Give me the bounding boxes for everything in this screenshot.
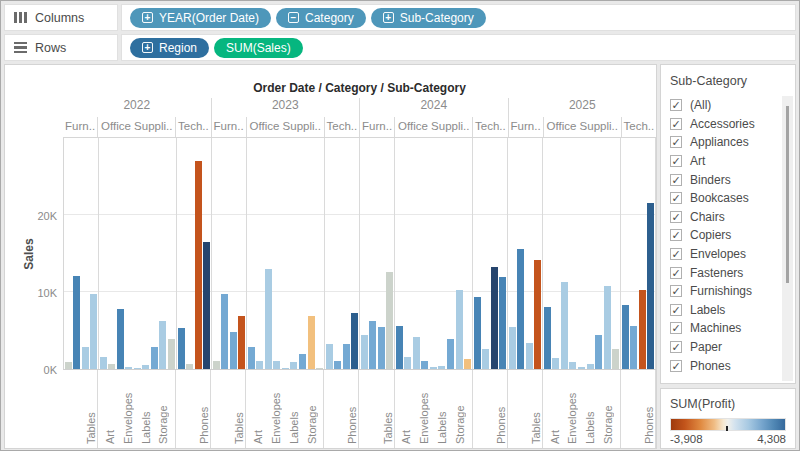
bar-accessories-2023[interactable]: [326, 344, 333, 369]
collapse-minus-icon[interactable]: −: [288, 12, 299, 23]
bar-furnishings-2024[interactable]: [378, 327, 385, 369]
category-header-technology[interactable]: Tech..: [324, 117, 359, 137]
filter-item-phones[interactable]: ✓Phones: [670, 356, 795, 375]
pill-sum-sales-[interactable]: SUM(Sales): [214, 38, 303, 58]
bar-accessories-2022[interactable]: [178, 328, 185, 369]
filter-item-envelopes[interactable]: ✓Envelopes: [670, 245, 795, 264]
bar-accessories-2024[interactable]: [474, 297, 481, 369]
x-axis-label-labels[interactable]: Labels: [584, 374, 596, 444]
bar-machines-2023[interactable]: [343, 344, 350, 369]
x-axis-label-art[interactable]: Art: [549, 374, 561, 444]
checkbox-icon[interactable]: ✓: [670, 211, 682, 223]
bar-supplies-2022[interactable]: [168, 339, 175, 369]
filter-item-label[interactable]: Accessories: [690, 117, 755, 131]
bar-phones-2025[interactable]: [647, 203, 654, 369]
bar-copiers-2023[interactable]: [334, 361, 341, 369]
x-axis-label-phones[interactable]: Phones: [643, 374, 655, 444]
bar-art-2023[interactable]: [256, 361, 263, 369]
category-header-technology[interactable]: Tech..: [621, 117, 656, 137]
bar-bookcases-2023[interactable]: [213, 361, 220, 369]
filter-item-label[interactable]: Binders: [690, 173, 731, 187]
bar-supplies-2024[interactable]: [464, 359, 471, 369]
bar-labels-2024[interactable]: [438, 366, 445, 369]
x-axis-label-phones[interactable]: Phones: [346, 374, 358, 444]
x-axis-label-tables[interactable]: Tables: [530, 374, 542, 444]
x-axis-label-phones[interactable]: Phones: [495, 374, 507, 444]
filter-item-label[interactable]: Phones: [690, 359, 731, 373]
expand-plus-icon[interactable]: +: [383, 12, 394, 23]
bar-appliances-2025[interactable]: [544, 307, 551, 369]
checkbox-icon[interactable]: ✓: [670, 229, 682, 241]
checkbox-icon[interactable]: ✓: [670, 155, 682, 167]
filter-item-label[interactable]: Paper: [690, 340, 722, 354]
checkbox-icon[interactable]: ✓: [670, 322, 682, 334]
bar-machines-2025[interactable]: [639, 290, 646, 369]
bar-paper-2023[interactable]: [299, 354, 306, 369]
bar-copiers-2025[interactable]: [630, 326, 637, 369]
filter-item-chairs[interactable]: ✓Chairs: [670, 208, 795, 227]
checkbox-icon[interactable]: ✓: [670, 174, 682, 186]
bar-binders-2024[interactable]: [413, 337, 420, 369]
bar-bookcases-2022[interactable]: [65, 362, 72, 369]
bar-accessories-2025[interactable]: [622, 305, 629, 369]
checkbox-icon[interactable]: ✓: [670, 341, 682, 353]
filter-item-label[interactable]: Bookcases: [690, 191, 749, 205]
x-axis-label-art[interactable]: Art: [252, 374, 264, 444]
bar-phones-2024[interactable]: [499, 277, 506, 369]
bar-envelopes-2024[interactable]: [421, 361, 428, 369]
filter-item-label[interactable]: (All): [690, 98, 711, 112]
bar-binders-2025[interactable]: [561, 282, 568, 369]
x-axis-label-art[interactable]: Art: [104, 374, 116, 444]
bar-machines-2024[interactable]: [491, 267, 498, 369]
bar-fasteners-2023[interactable]: [282, 368, 289, 369]
x-axis-label-storage[interactable]: Storage: [454, 374, 466, 444]
category-header-office-supplies[interactable]: Office Suppli..: [97, 117, 175, 137]
checkbox-icon[interactable]: ✓: [670, 192, 682, 204]
filter-item-copiers[interactable]: ✓Copiers: [670, 226, 795, 245]
x-axis-label-labels[interactable]: Labels: [436, 374, 448, 444]
checkbox-icon[interactable]: ✓: [670, 304, 682, 316]
filter-item-label[interactable]: Machines: [690, 321, 741, 335]
bar-storage-2022[interactable]: [159, 321, 166, 370]
x-axis-label-tables[interactable]: Tables: [233, 374, 245, 444]
bar-paper-2022[interactable]: [151, 347, 158, 369]
bar-storage-2024[interactable]: [456, 290, 463, 369]
filter-item-accessories[interactable]: ✓Accessories: [670, 115, 795, 134]
expand-plus-icon[interactable]: +: [142, 12, 153, 23]
bar-bookcases-2024[interactable]: [361, 335, 368, 369]
x-axis-label-envelopes[interactable]: Envelopes: [270, 374, 282, 444]
bar-storage-2023[interactable]: [308, 316, 315, 369]
checkbox-icon[interactable]: ✓: [670, 360, 682, 372]
x-axis-label-labels[interactable]: Labels: [140, 374, 152, 444]
filter-scrollbar-thumb[interactable]: [786, 106, 789, 283]
filter-item-label[interactable]: Appliances: [690, 135, 749, 149]
filter-item-label[interactable]: Chairs: [690, 210, 725, 224]
year-header-2025[interactable]: 2025: [508, 98, 657, 117]
bar-supplies-2025[interactable]: [612, 349, 619, 369]
category-header-furniture[interactable]: Furn..: [359, 117, 394, 137]
x-axis-label-tables[interactable]: Tables: [382, 374, 394, 444]
bar-envelopes-2022[interactable]: [125, 367, 132, 369]
bar-tables-2023[interactable]: [238, 316, 245, 369]
bar-paper-2025[interactable]: [595, 335, 602, 369]
category-header-furniture[interactable]: Furn..: [211, 117, 246, 137]
x-axis-label-envelopes[interactable]: Envelopes: [122, 374, 134, 444]
x-axis-label-storage[interactable]: Storage: [306, 374, 318, 444]
bar-tables-2024[interactable]: [386, 272, 393, 369]
filter-item-furnishings[interactable]: ✓Furnishings: [670, 282, 795, 301]
category-header-office-supplies[interactable]: Office Suppli..: [543, 117, 621, 137]
bar-furnishings-2025[interactable]: [526, 343, 533, 369]
bar-copiers-2024[interactable]: [482, 349, 489, 369]
bar-phones-2022[interactable]: [203, 242, 210, 369]
x-axis-label-envelopes[interactable]: Envelopes: [418, 374, 430, 444]
filter-item-label[interactable]: Copiers: [690, 228, 731, 242]
bar-appliances-2022[interactable]: [100, 357, 107, 369]
bar-supplies-2023[interactable]: [316, 368, 323, 369]
filter-item-bookcases[interactable]: ✓Bookcases: [670, 189, 795, 208]
bar-chairs-2024[interactable]: [369, 321, 376, 370]
bar-bookcases-2025[interactable]: [509, 327, 516, 369]
bar-labels-2022[interactable]: [142, 365, 149, 369]
bar-envelopes-2025[interactable]: [569, 362, 576, 369]
year-header-2024[interactable]: 2024: [359, 98, 508, 117]
category-header-office-supplies[interactable]: Office Suppli..: [394, 117, 472, 137]
